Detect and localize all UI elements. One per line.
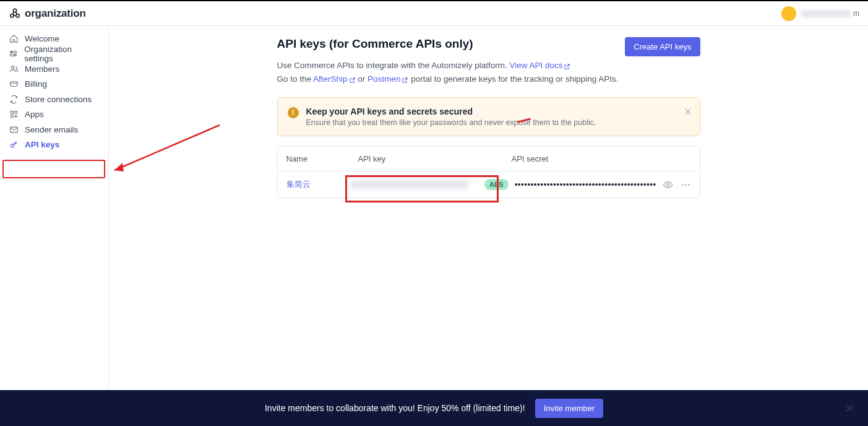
- gear-icon: [9, 49, 18, 59]
- secret-masked: ••••••••••••••••••••••••••••••••••••••••…: [515, 180, 656, 189]
- svg-rect-8: [10, 82, 17, 87]
- sidebar-item-label: Store connections: [25, 95, 92, 104]
- sidebar-item-label: Members: [25, 64, 59, 74]
- svg-point-1: [11, 14, 14, 17]
- key-name-link[interactable]: 集简云: [286, 180, 311, 189]
- key-icon: [9, 140, 19, 150]
- svg-point-16: [682, 184, 684, 186]
- sync-icon: [9, 94, 19, 104]
- sidebar-item-label: API keys: [25, 140, 59, 149]
- sidebar-item-sender-emails[interactable]: Sender emails: [0, 122, 108, 137]
- sidebar-item-label: Organization settings: [24, 45, 100, 63]
- svg-rect-11: [11, 115, 13, 118]
- sidebar-item-org-settings[interactable]: Organization settings: [0, 46, 108, 62]
- th-secret: API secret: [512, 154, 691, 163]
- table-head: Name API key API secret: [278, 147, 700, 172]
- view-api-docs-link[interactable]: View API docs: [509, 61, 570, 70]
- api-keys-table: Name API key API secret 集简云 AES ••••••••…: [277, 146, 700, 198]
- svg-point-0: [13, 9, 16, 12]
- sidebar-item-billing[interactable]: Billing: [0, 77, 108, 92]
- warning-icon: !: [288, 107, 299, 118]
- reveal-secret-button[interactable]: [663, 180, 673, 190]
- desc-text: portal to generate keys for the tracking…: [411, 74, 618, 84]
- aes-badge: AES: [484, 179, 509, 190]
- brand: organization: [9, 7, 86, 20]
- security-alert: ! Keep your API keys and secrets secured…: [277, 97, 700, 136]
- alert-title: Keep your API keys and secrets secured: [306, 106, 596, 116]
- api-key-redacted: [351, 180, 468, 189]
- svg-rect-9: [11, 111, 13, 114]
- aftership-link[interactable]: AfterShip: [313, 74, 356, 84]
- sidebar: Welcome Organization settings Members Bi…: [0, 26, 109, 390]
- svg-point-13: [11, 144, 14, 147]
- create-api-keys-button[interactable]: Create API keys: [625, 37, 700, 56]
- card-icon: [9, 79, 19, 89]
- sidebar-item-label: Billing: [25, 79, 47, 89]
- mail-icon: [9, 124, 19, 134]
- avatar: [781, 6, 796, 21]
- annotation-highlight: [345, 175, 499, 202]
- page-header: API keys (for Commerce APIs only) Create…: [277, 37, 700, 56]
- svg-point-6: [15, 55, 15, 56]
- desc-text: or: [358, 74, 367, 84]
- home-icon: [9, 33, 19, 43]
- promo-banner: Invite members to collaborate with you! …: [0, 390, 868, 426]
- close-icon[interactable]: [684, 105, 692, 116]
- sidebar-item-api-keys[interactable]: API keys: [0, 137, 108, 153]
- user-name-redacted: [801, 10, 851, 17]
- topbar-user[interactable]: m: [781, 6, 859, 21]
- external-link-icon: [349, 73, 356, 87]
- th-key: API key: [358, 154, 512, 163]
- logo-icon: [9, 7, 21, 20]
- grid-icon: [9, 110, 19, 120]
- svg-point-5: [12, 52, 12, 53]
- annotation-highlight: [2, 160, 105, 178]
- desc-text: Go to the: [277, 74, 314, 84]
- svg-point-2: [16, 14, 19, 17]
- page-description: Use Commerce APIs to integrate with the …: [277, 59, 700, 86]
- external-link-icon: [564, 59, 570, 73]
- topbar: organization m: [0, 0, 868, 26]
- svg-point-17: [685, 184, 687, 186]
- sidebar-item-label: Sender emails: [25, 125, 78, 134]
- postmen-link[interactable]: Postmen: [367, 74, 408, 84]
- svg-rect-10: [14, 111, 17, 114]
- desc-text: Use Commerce APIs to integrate with the …: [277, 61, 510, 70]
- svg-point-18: [688, 184, 690, 186]
- sidebar-item-apps[interactable]: Apps: [0, 107, 108, 123]
- svg-point-15: [666, 183, 669, 186]
- th-name: Name: [286, 154, 358, 163]
- user-suffix: m: [853, 9, 859, 18]
- sidebar-item-members[interactable]: Members: [0, 61, 108, 77]
- promo-text: Invite members to collaborate with you! …: [265, 403, 525, 413]
- sidebar-item-store-connections[interactable]: Store connections: [0, 92, 108, 107]
- page-title: API keys (for Commerce APIs only): [277, 37, 473, 51]
- brand-name: organization: [25, 7, 86, 20]
- users-icon: [9, 64, 19, 74]
- sidebar-item-label: Welcome: [25, 34, 59, 43]
- table-row: 集简云 AES ••••••••••••••••••••••••••••••••…: [278, 172, 700, 198]
- more-actions-button[interactable]: [681, 180, 691, 190]
- svg-point-7: [11, 66, 14, 69]
- external-link-icon: [402, 73, 408, 87]
- close-icon[interactable]: ×: [845, 399, 854, 418]
- main-content: API keys (for Commerce APIs only) Create…: [109, 26, 868, 390]
- sidebar-item-label: Apps: [25, 110, 44, 119]
- invite-member-button[interactable]: Invite member: [535, 399, 603, 418]
- alert-text: Ensure that you treat them like your pas…: [306, 118, 596, 127]
